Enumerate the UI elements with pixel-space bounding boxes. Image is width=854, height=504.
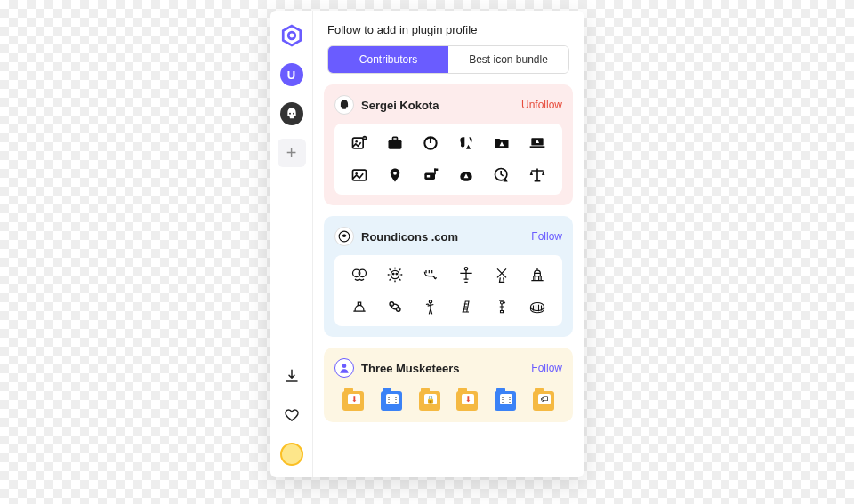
tabs: Contributors Best icon bundle: [327, 45, 569, 74]
location-pin-icon[interactable]: [384, 164, 406, 186]
sidebar-favorites[interactable]: [278, 401, 306, 429]
folder-zip-blue-icon[interactable]: ⋮⋮: [381, 390, 402, 412]
svg-point-14: [393, 172, 397, 175]
folder-warning-icon[interactable]: [491, 132, 512, 154]
mailbox-icon[interactable]: [420, 164, 441, 186]
svg-point-36: [342, 364, 347, 368]
contributor-card: Three Musketeers Follow ⬇ ⋮⋮ 🔒 ⬇ ⋮⋮ 🏷: [324, 348, 573, 422]
svg-point-3: [355, 140, 358, 143]
windmill-icon[interactable]: [491, 264, 512, 285]
sidebar-profile[interactable]: [278, 440, 306, 468]
archer-icon[interactable]: [420, 296, 441, 317]
svg-point-30: [464, 268, 467, 270]
folder-tag-yellow-icon[interactable]: 🏷: [533, 390, 554, 412]
plugin-panel: U + Follow to add in plugin profile Cont…: [270, 11, 584, 477]
svg-point-29: [396, 273, 397, 274]
svg-rect-11: [530, 146, 545, 148]
contributor-name: Sergei Kokota: [361, 99, 439, 112]
warning-badge-icon[interactable]: [455, 164, 477, 186]
scorpion-icon[interactable]: [420, 264, 441, 285]
darth-avatar-icon: [280, 102, 303, 125]
contributor-card: Sergei Kokota Unfollow: [324, 84, 573, 205]
svg-rect-23: [535, 180, 541, 182]
svg-point-33: [429, 300, 431, 303]
sphinx-icon[interactable]: [349, 296, 370, 317]
contributor-name: Three Musketeers: [361, 362, 460, 375]
cancer-sign-icon[interactable]: [384, 296, 406, 317]
svg-rect-6: [389, 140, 402, 149]
folder-download-yellow-icon[interactable]: ⬇: [456, 390, 478, 412]
sidebar-add[interactable]: +: [278, 139, 306, 167]
pisa-tower-icon[interactable]: [455, 296, 477, 317]
contributor-avatar: [334, 227, 354, 246]
sidebar: U +: [270, 11, 313, 477]
bird-avatar-icon: [338, 230, 350, 243]
svg-point-35: [531, 303, 544, 311]
heart-icon: [284, 407, 300, 423]
christ-statue-icon[interactable]: [455, 264, 477, 285]
plus-icon: +: [286, 143, 297, 164]
hex-logo-icon: [280, 24, 303, 47]
capitol-icon[interactable]: [527, 264, 548, 285]
svg-rect-15: [424, 173, 435, 180]
colosseum-icon[interactable]: [527, 296, 548, 317]
profile-avatar-icon: [280, 443, 303, 466]
sidebar-download[interactable]: [278, 362, 306, 390]
follow-button[interactable]: Follow: [531, 230, 562, 243]
sidebar-user[interactable]: U: [278, 60, 306, 89]
folder-lock-yellow-icon[interactable]: 🔒: [419, 390, 440, 412]
tab-best-bundle[interactable]: Best icon bundle: [448, 46, 568, 73]
scale-icon[interactable]: [527, 164, 548, 186]
contributor-avatar: [334, 358, 354, 378]
liberty-statue-icon[interactable]: [491, 296, 512, 317]
folder-zip-blue-icon[interactable]: ⋮⋮: [495, 390, 516, 412]
svg-rect-18: [434, 169, 438, 172]
app-logo[interactable]: [278, 21, 306, 50]
lion-icon[interactable]: [384, 264, 406, 285]
svg-marker-0: [283, 26, 301, 45]
laptop-warning-icon[interactable]: [527, 132, 548, 154]
svg-rect-7: [393, 137, 398, 140]
page-title: Follow to add in plugin profile: [313, 11, 584, 45]
content-scroll: Sergei Kokota Unfollow: [313, 84, 584, 477]
contributor-avatar: [334, 95, 354, 115]
tab-contributors[interactable]: Contributors: [328, 46, 448, 73]
svg-point-27: [391, 270, 399, 278]
svg-point-28: [392, 273, 393, 274]
icon-grid: [334, 255, 562, 326]
folder-download-yellow-icon[interactable]: ⬇: [342, 390, 364, 412]
person-avatar-icon: [338, 362, 350, 374]
power-icon[interactable]: [420, 132, 441, 154]
faces-icon[interactable]: [349, 264, 370, 285]
icon-grid: [334, 124, 562, 195]
contributor-card: Roundicons .com Follow: [324, 216, 573, 337]
main-area: Follow to add in plugin profile Contribu…: [313, 11, 584, 477]
icon-grid: ⬇ ⋮⋮ 🔒 ⬇ ⋮⋮ 🏷: [334, 387, 562, 412]
briefcase-icon[interactable]: [384, 132, 406, 154]
user-avatar: U: [280, 63, 303, 86]
download-icon: [284, 368, 300, 384]
svg-point-34: [501, 301, 504, 304]
follow-button[interactable]: Follow: [531, 362, 562, 374]
unfollow-button[interactable]: Unfollow: [521, 99, 562, 111]
clock-alert-icon[interactable]: [491, 164, 512, 186]
svg-rect-16: [427, 175, 430, 178]
image-icon[interactable]: [349, 164, 370, 186]
contributor-name: Roundicons .com: [361, 230, 458, 244]
svg-rect-5: [364, 138, 367, 139]
image-minus-icon[interactable]: [349, 132, 370, 154]
sidebar-collection[interactable]: [278, 100, 306, 128]
brain-warning-icon[interactable]: [455, 132, 477, 154]
darth-avatar-icon: [338, 99, 350, 111]
svg-point-1: [288, 32, 295, 39]
